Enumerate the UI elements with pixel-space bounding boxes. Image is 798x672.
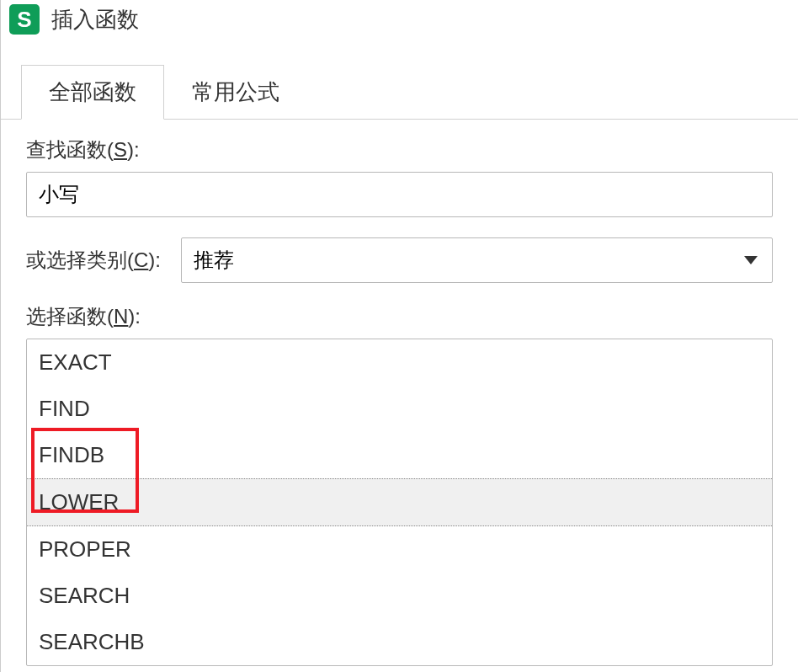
function-item-exact[interactable]: EXACT [27, 339, 772, 386]
search-input[interactable] [26, 172, 773, 217]
chevron-down-icon [744, 253, 758, 268]
dialog-title: 插入函数 [51, 5, 139, 35]
insert-function-dialog: S 插入函数 全部函数 常用公式 查找函数(S): 或选择类别(C): [0, 0, 798, 672]
function-item-findb[interactable]: FINDB [27, 432, 772, 478]
category-select-box[interactable] [181, 237, 773, 283]
function-item-lower[interactable]: LOWER [27, 478, 772, 526]
function-item-find[interactable]: FIND [27, 386, 772, 432]
function-list[interactable]: EXACTFINDFINDBLOWERPROPERSEARCHSEARCHB [26, 339, 773, 666]
category-label: 或选择类别(C): [26, 247, 161, 274]
tabs-bar: 全部函数 常用公式 [1, 64, 798, 120]
function-item-search[interactable]: SEARCH [27, 573, 772, 619]
svg-marker-0 [744, 256, 758, 264]
tab-all-functions-label: 全部函数 [49, 79, 136, 104]
dialog-content: 查找函数(S): 或选择类别(C): 选择函数(N): EXACTFINDFIN… [1, 120, 798, 672]
category-row: 或选择类别(C): [26, 237, 773, 283]
function-item-searchb[interactable]: SEARCHB [27, 619, 772, 665]
tab-common-formulas-label: 常用公式 [192, 79, 279, 104]
app-icon: S [9, 4, 40, 35]
search-label: 查找函数(S): [26, 136, 773, 163]
function-item-proper[interactable]: PROPER [27, 526, 772, 573]
category-select[interactable] [181, 237, 773, 283]
tab-common-formulas[interactable]: 常用公式 [164, 65, 307, 120]
app-icon-letter: S [17, 7, 31, 33]
tab-all-functions[interactable]: 全部函数 [21, 65, 164, 120]
title-bar: S 插入函数 [1, 0, 798, 39]
function-select-label: 选择函数(N): [26, 303, 773, 330]
